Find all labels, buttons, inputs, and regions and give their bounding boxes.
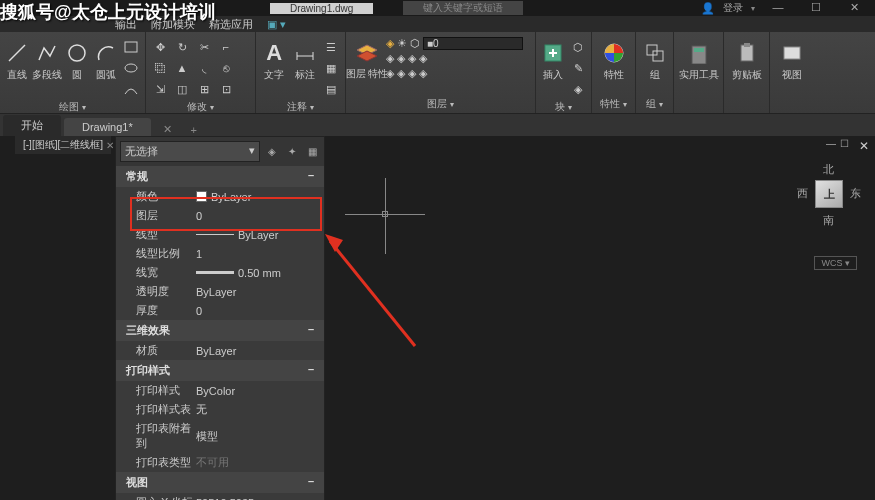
prop-label: 打印表类型 — [116, 455, 196, 470]
fillet-icon[interactable]: ◟ — [194, 59, 214, 77]
tab-drawing[interactable]: Drawing1* — [64, 118, 151, 136]
selection-dropdown[interactable]: 无选择▾ — [120, 141, 260, 162]
title-file[interactable]: Drawing1.dwg — [270, 3, 373, 14]
section-3deffect[interactable]: 三维效果– — [116, 320, 324, 341]
panel-label-layers[interactable]: 图层 — [350, 95, 531, 111]
user-icon[interactable]: 👤 — [701, 2, 715, 15]
viewcube-east[interactable]: 东 — [850, 186, 861, 201]
layer-tool-icon[interactable]: ◈ — [408, 67, 416, 80]
prop-value[interactable]: 无 — [196, 402, 324, 417]
layer-properties-button[interactable]: 图层 特性 — [350, 34, 384, 79]
modify-tool-icon[interactable]: ⎋ — [216, 59, 236, 77]
prop-label: 圆心 X 坐标 — [116, 495, 196, 500]
group-button[interactable]: 组 — [640, 34, 669, 82]
section-plotstyle[interactable]: 打印样式– — [116, 360, 324, 381]
prop-tool-icon[interactable]: ▦ — [304, 144, 320, 160]
rotate-icon[interactable]: ↻ — [172, 38, 192, 56]
tab-add-button[interactable]: + — [185, 124, 203, 136]
panel-label-modify[interactable]: 修改 — [150, 98, 251, 114]
layer-tool-icon[interactable]: ◈ — [419, 67, 427, 80]
min-icon[interactable]: — — [826, 138, 836, 149]
search-input[interactable]: 键入关键字或短语 — [403, 1, 523, 15]
layer-icon[interactable]: ◈ — [386, 37, 394, 50]
move-icon[interactable]: ✥ — [150, 38, 170, 56]
layer-tool-icon[interactable]: ◈ — [386, 52, 394, 65]
layer-tool-icon[interactable]: ◈ — [419, 52, 427, 65]
panel-label-annotate[interactable]: 注释 — [260, 98, 341, 114]
trim-icon[interactable]: ✂ — [194, 38, 214, 56]
draw-tool-icon[interactable] — [121, 38, 141, 56]
layer-tool-icon[interactable]: ◈ — [397, 52, 405, 65]
scale-icon[interactable]: ◫ — [172, 80, 192, 98]
properties-button[interactable]: 特性 — [596, 34, 631, 82]
polyline-button[interactable]: 多段线 — [32, 34, 62, 82]
panel-label-block[interactable]: 块 — [540, 98, 587, 114]
viewcube-west[interactable]: 西 — [797, 186, 808, 201]
panel-label-properties[interactable]: 特性 — [596, 95, 631, 111]
block-tool-icon[interactable]: ◈ — [568, 80, 588, 98]
draw-tool-icon[interactable] — [121, 80, 141, 98]
viewcube-top[interactable]: 上 — [815, 180, 843, 208]
tab-add-button[interactable]: ✕ — [159, 123, 177, 136]
layer-tool-icon[interactable]: ◈ — [386, 67, 394, 80]
modify-tool-icon[interactable]: ⌐ — [216, 38, 236, 56]
layer-icon[interactable]: ☀ — [397, 37, 407, 50]
prop-value[interactable]: 模型 — [196, 421, 324, 451]
layer-tool-icon[interactable]: ◈ — [397, 67, 405, 80]
modify-tool-icon[interactable]: ⊡ — [216, 80, 236, 98]
arc-button[interactable]: 圆弧 — [93, 34, 119, 82]
text-button[interactable]: A 文字 — [260, 34, 289, 82]
block-tool-icon[interactable]: ✎ — [568, 59, 588, 77]
prop-label: 打印表附着到 — [116, 421, 196, 451]
viewcube-south[interactable]: 南 — [823, 213, 834, 228]
mirror-icon[interactable]: ▲ — [172, 59, 192, 77]
clipboard-button[interactable]: 剪贴板 — [728, 34, 765, 82]
drawing-area[interactable]: [-][图纸][二维线框] —☐ ✕ 北 南 东 西 上 WCS ▾ ✕ 无选择… — [0, 136, 875, 500]
minimize-button[interactable]: — — [763, 1, 793, 15]
menu-more-icon[interactable]: ▣ ▾ — [267, 18, 286, 31]
tab-start[interactable]: 开始 — [3, 115, 61, 136]
circle-button[interactable]: 圆 — [64, 34, 90, 82]
viewcube-north[interactable]: 北 — [823, 162, 834, 177]
viewcube[interactable]: 北 南 东 西 上 — [801, 166, 857, 222]
prop-value[interactable]: 50510.5035 — [196, 495, 324, 500]
prop-tool-icon[interactable]: ✦ — [284, 144, 300, 160]
maximize-button[interactable]: ☐ — [801, 1, 831, 15]
annotate-tool-icon[interactable]: ☰ — [321, 38, 341, 56]
layer-icon[interactable]: ⬡ — [410, 37, 420, 50]
login-button[interactable]: 登录 — [723, 1, 743, 15]
section-general[interactable]: 常规– — [116, 166, 324, 187]
max-icon[interactable]: ☐ — [840, 138, 849, 149]
layer-dropdown[interactable]: ■ 0 — [423, 37, 523, 50]
wcs-label[interactable]: WCS ▾ — [814, 256, 857, 270]
insert-button[interactable]: 插入 — [540, 34, 566, 82]
line-button[interactable]: 直线 — [4, 34, 30, 82]
model-label[interactable]: [-][图纸][二维线框] — [15, 136, 111, 154]
prop-value-transparency[interactable]: ByLayer — [196, 284, 324, 299]
view-button[interactable]: 视图 — [774, 34, 810, 82]
section-view[interactable]: 视图– — [116, 472, 324, 493]
panel-label-draw[interactable]: 绘图 — [4, 98, 141, 114]
prop-value-thickness[interactable]: 0 — [196, 303, 324, 318]
prop-value-ltscale[interactable]: 1 — [196, 246, 324, 261]
panel-label-groups[interactable]: 组 — [640, 95, 669, 111]
utilities-button[interactable]: 实用工具 — [678, 34, 719, 82]
array-icon[interactable]: ⊞ — [194, 80, 214, 98]
prop-tool-icon[interactable]: ◈ — [264, 144, 280, 160]
dimension-button[interactable]: 标注 — [291, 34, 320, 82]
layer-tool-icon[interactable]: ◈ — [408, 52, 416, 65]
panel-close-icon[interactable]: ✕ — [106, 140, 114, 151]
dropdown-icon[interactable]: ▾ — [751, 4, 755, 13]
annotate-tool-icon[interactable]: ▦ — [321, 59, 341, 77]
prop-value[interactable]: ByColor — [196, 383, 324, 398]
prop-value-material[interactable]: ByLayer — [196, 343, 324, 358]
stretch-icon[interactable]: ⇲ — [150, 80, 170, 98]
draw-tool-icon[interactable] — [121, 59, 141, 77]
close-icon[interactable]: ✕ — [859, 139, 869, 153]
copy-icon[interactable]: ⿻ — [150, 59, 170, 77]
close-button[interactable]: ✕ — [839, 1, 869, 15]
block-tool-icon[interactable]: ⬡ — [568, 38, 588, 56]
annotate-tool-icon[interactable]: ▤ — [321, 80, 341, 98]
prop-value-lineweight[interactable]: 0.50 mm — [196, 265, 324, 280]
prop-label: 打印样式 — [116, 383, 196, 398]
